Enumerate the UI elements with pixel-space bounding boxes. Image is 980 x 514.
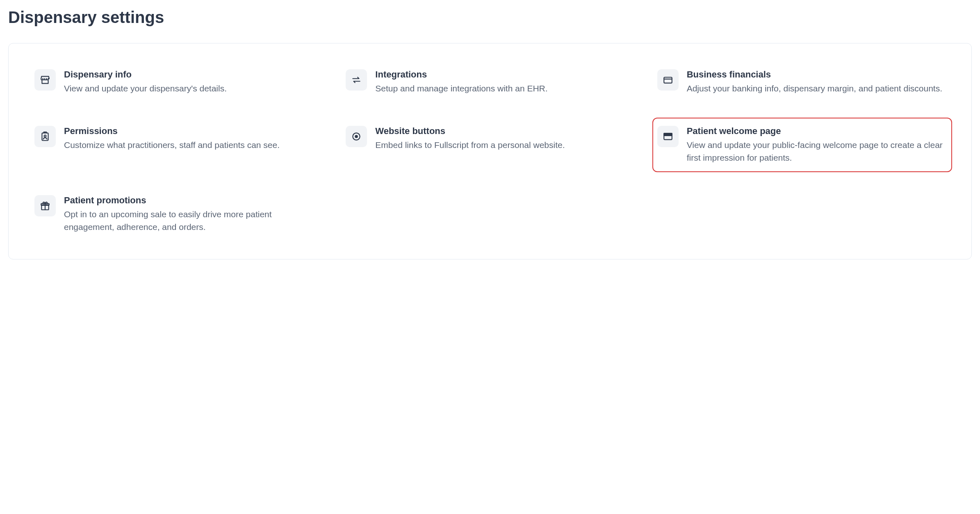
card-title: Integrations [375, 69, 634, 80]
svg-point-5 [356, 136, 358, 138]
credit-card-icon [657, 69, 679, 91]
card-desc: Setup and manage integrations with an EH… [375, 82, 634, 95]
settings-panel: Dispensary info View and update your dis… [8, 43, 972, 259]
card-text: Business financials Adjust your banking … [687, 69, 946, 95]
card-patient-promotions[interactable]: Patient promotions Opt in to an upcoming… [31, 192, 326, 237]
card-desc: View and update your dispensary's detail… [64, 82, 323, 95]
card-title: Website buttons [375, 126, 634, 136]
card-text: Patient welcome page View and update you… [687, 126, 946, 164]
card-text: Permissions Customize what practitioners… [64, 126, 323, 151]
svg-point-3 [44, 135, 46, 137]
card-business-financials[interactable]: Business financials Adjust your banking … [654, 66, 949, 98]
svg-rect-0 [664, 77, 672, 83]
swap-icon [346, 69, 367, 91]
card-text: Patient promotions Opt in to an upcoming… [64, 195, 323, 233]
card-permissions[interactable]: Permissions Customize what practitioners… [31, 123, 326, 167]
settings-grid: Dispensary info View and update your dis… [31, 66, 949, 237]
card-text: Integrations Setup and manage integratio… [375, 69, 634, 95]
card-text: Website buttons Embed links to Fullscrip… [375, 126, 634, 151]
card-patient-welcome[interactable]: Patient welcome page View and update you… [652, 118, 952, 172]
card-title: Business financials [687, 69, 946, 80]
card-title: Permissions [64, 126, 323, 136]
card-title: Dispensary info [64, 69, 323, 80]
card-desc: View and update your public-facing welco… [687, 139, 946, 164]
card-desc: Customize what practitioners, staff and … [64, 139, 323, 151]
card-dispensary-info[interactable]: Dispensary info View and update your dis… [31, 66, 326, 98]
card-desc: Adjust your banking info, dispensary mar… [687, 82, 946, 95]
card-website-buttons[interactable]: Website buttons Embed links to Fullscrip… [342, 123, 637, 167]
card-title: Patient promotions [64, 195, 323, 206]
id-badge-icon [34, 126, 56, 147]
card-integrations[interactable]: Integrations Setup and manage integratio… [342, 66, 637, 98]
svg-rect-7 [664, 134, 672, 136]
page-title: Dispensary settings [8, 8, 972, 27]
card-title: Patient welcome page [687, 126, 946, 136]
window-icon [657, 126, 679, 147]
target-icon [346, 126, 367, 147]
card-desc: Opt in to an upcoming sale to easily dri… [64, 208, 323, 233]
store-icon [34, 69, 56, 91]
gift-icon [34, 195, 56, 216]
card-desc: Embed links to Fullscript from a persona… [375, 139, 634, 151]
card-text: Dispensary info View and update your dis… [64, 69, 323, 95]
